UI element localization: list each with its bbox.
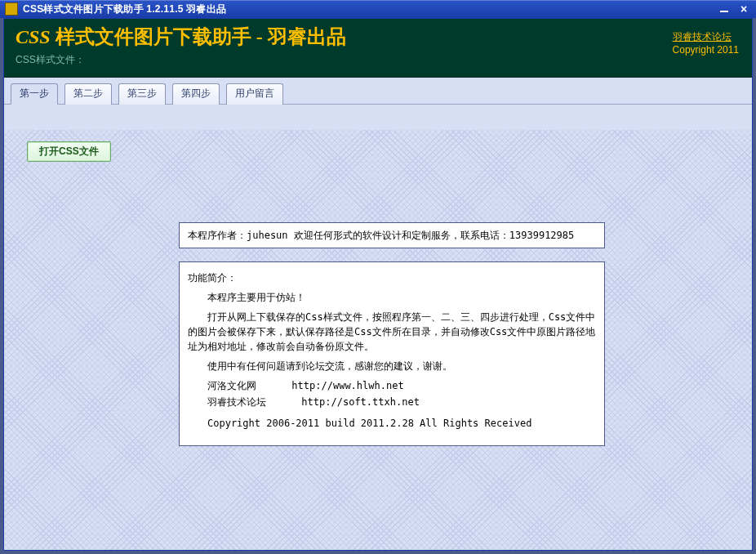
client-area: CSS 样式文件图片下载助手 - 羽睿出品 CSS样式文件： 羽睿技术论坛 Co… — [3, 18, 753, 551]
header-corner: 羽睿技术论坛 Copyright 2011 — [673, 30, 739, 56]
intro-copy: Copyright 2006-2011 build 2011.2.28 All … — [188, 416, 596, 431]
link2-label: 羽睿技术论坛 — [207, 396, 266, 408]
header-panel: CSS 样式文件图片下载助手 - 羽睿出品 CSS样式文件： 羽睿技术论坛 Co… — [4, 19, 752, 78]
content-area: 打开CSS文件 本程序作者：juhesun 欢迎任何形式的软件设计和定制服务，联… — [4, 130, 752, 550]
app-title-prefix: CSS — [16, 26, 51, 48]
titlebar: CSS样式文件图片下载助手 1.2.11.5 羽睿出品 × — [0, 0, 756, 18]
intro-panel: 功能简介： 本程序主要用于仿站！ 打开从网上下载保存的Css样式文件，按照程序第… — [179, 261, 605, 446]
header-copyright: Copyright 2011 — [673, 43, 739, 56]
link2-url[interactable]: http://soft.ttxh.net — [301, 396, 420, 408]
author-line: 本程序作者：juhesun 欢迎任何形式的软件设计和定制服务，联系电话：1393… — [188, 230, 574, 241]
tab-row: 第一步 第二步 第三步 第四步 用户留言 — [4, 78, 752, 105]
app-icon — [5, 2, 18, 16]
link1-label: 河洛文化网 — [207, 380, 256, 391]
close-button[interactable]: × — [735, 2, 753, 16]
intro-p2: 打开从网上下载保存的Css样式文件，按照程序第一、二、三、四步进行处理，Css文… — [188, 310, 596, 354]
minimize-button[interactable] — [715, 2, 733, 16]
intro-heading: 功能简介： — [188, 270, 596, 285]
forum-link[interactable]: 羽睿技术论坛 — [673, 30, 739, 43]
tab-user-comments[interactable]: 用户留言 — [226, 83, 283, 105]
intro-p1: 本程序主要用于仿站！ — [188, 290, 596, 305]
tab-step-4[interactable]: 第四步 — [172, 83, 220, 105]
open-css-button[interactable]: 打开CSS文件 — [27, 141, 111, 162]
tab-step-2[interactable]: 第二步 — [64, 83, 112, 105]
link1-url[interactable]: http://www.hlwh.net — [291, 380, 403, 391]
link-row-1: 河洛文化网 http://www.hlwh.net — [188, 378, 596, 393]
app-title: CSS 样式文件图片下载助手 - 羽睿出品 — [16, 24, 740, 50]
app-title-rest: 样式文件图片下载助手 - 羽睿出品 — [56, 24, 346, 50]
tab-step-3[interactable]: 第三步 — [118, 83, 166, 105]
link-row-2: 羽睿技术论坛 http://soft.ttxh.net — [188, 395, 596, 409]
tab-step-1[interactable]: 第一步 — [11, 83, 58, 105]
author-panel: 本程序作者：juhesun 欢迎任何形式的软件设计和定制服务，联系电话：1393… — [179, 222, 605, 248]
intro-p3: 使用中有任何问题请到论坛交流，感谢您的建议，谢谢。 — [188, 359, 596, 373]
css-file-label: CSS样式文件： — [16, 53, 740, 67]
window-title: CSS样式文件图片下载助手 1.2.11.5 羽睿出品 — [23, 2, 226, 16]
